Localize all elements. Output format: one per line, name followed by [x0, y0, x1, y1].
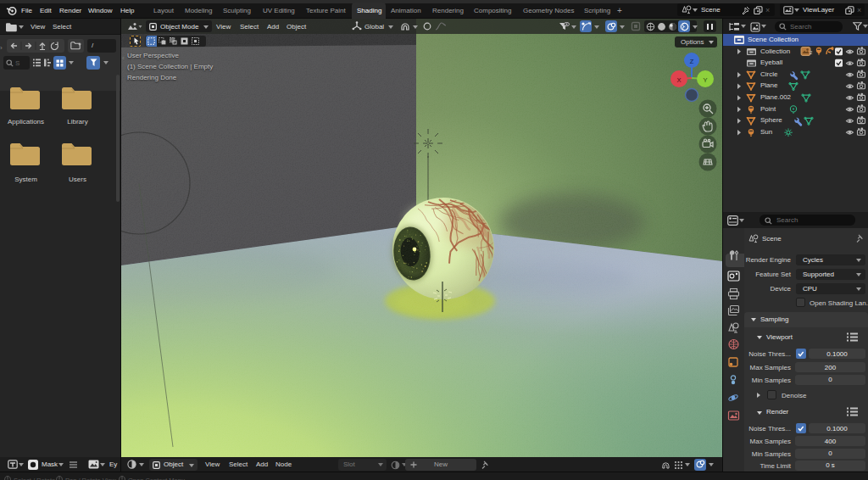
svg-text:Z: Z	[690, 58, 694, 65]
svg-text:Y: Y	[703, 76, 707, 84]
svg-text:Select / Rotate: Select / Rotate	[14, 477, 55, 480]
svg-text:Pan / Rotate View: Pan / Rotate View	[65, 477, 116, 480]
svg-text:X: X	[676, 76, 681, 84]
svg-text:Open Context Menu: Open Context Menu	[128, 477, 185, 480]
